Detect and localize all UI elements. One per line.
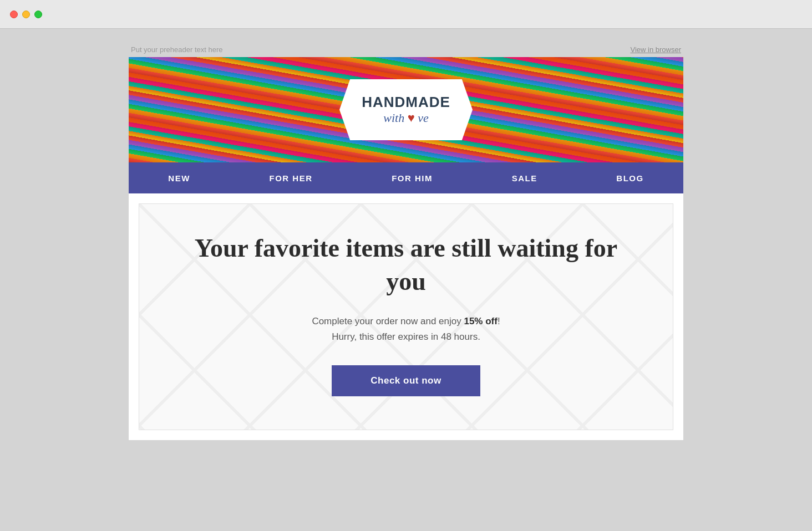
main-content-block: Your favorite items are still waiting fo… [139, 203, 673, 430]
nav-bar: NEW FOR HER FOR HIM SALE BLOG [129, 162, 683, 193]
logo-ve-text: ve [418, 111, 429, 125]
preheader-text: Put your preheader text here [131, 45, 223, 54]
traffic-light-red[interactable] [10, 11, 18, 18]
preheader-bar: Put your preheader text here View in bro… [129, 45, 683, 54]
nav-item-for-her[interactable]: FOR HER [256, 164, 326, 193]
header-image: HANDMADE with ♥ ve [129, 57, 683, 162]
nav-item-new[interactable]: NEW [155, 164, 204, 193]
subtext-part1: Complete your order now and enjoy [312, 316, 464, 326]
nav-item-for-him[interactable]: FOR HIM [378, 164, 446, 193]
content-area: Put your preheader text here View in bro… [0, 29, 812, 457]
traffic-light-yellow[interactable] [22, 11, 30, 18]
view-in-browser-link[interactable]: View in browser [630, 45, 681, 54]
logo-title: HANDMADE [362, 94, 450, 110]
traffic-light-green[interactable] [34, 11, 42, 18]
nav-item-blog[interactable]: BLOG [603, 164, 657, 193]
main-subtext: Complete your order now and enjoy 15% of… [184, 314, 628, 346]
checkout-button[interactable]: Check out now [332, 365, 480, 396]
subtext-part2: ! [498, 316, 500, 326]
subtext-line2: Hurry, this offer expires in 48 hours. [332, 331, 480, 342]
nav-item-sale[interactable]: SALE [499, 164, 551, 193]
logo-overlay: HANDMADE with ♥ ve [339, 79, 473, 140]
subtext-bold: 15% off [464, 316, 497, 326]
logo-subtitle: with ♥ ve [383, 111, 429, 125]
logo-with-text: with [383, 111, 404, 125]
email-container: HANDMADE with ♥ ve NEW FOR HER FOR HIM S… [129, 57, 683, 440]
main-heading: Your favorite items are still waiting fo… [184, 232, 628, 298]
window-chrome [0, 0, 812, 29]
logo-heart-icon: ♥ [408, 111, 415, 125]
